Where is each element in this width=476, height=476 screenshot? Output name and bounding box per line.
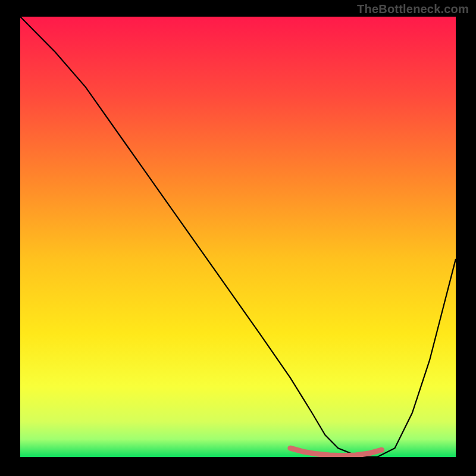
plot-area <box>20 17 456 457</box>
chart-container: TheBottleneck.com <box>0 0 476 476</box>
watermark-text: TheBottleneck.com <box>357 2 469 16</box>
chart-svg <box>20 17 456 457</box>
gradient-background <box>20 17 456 457</box>
